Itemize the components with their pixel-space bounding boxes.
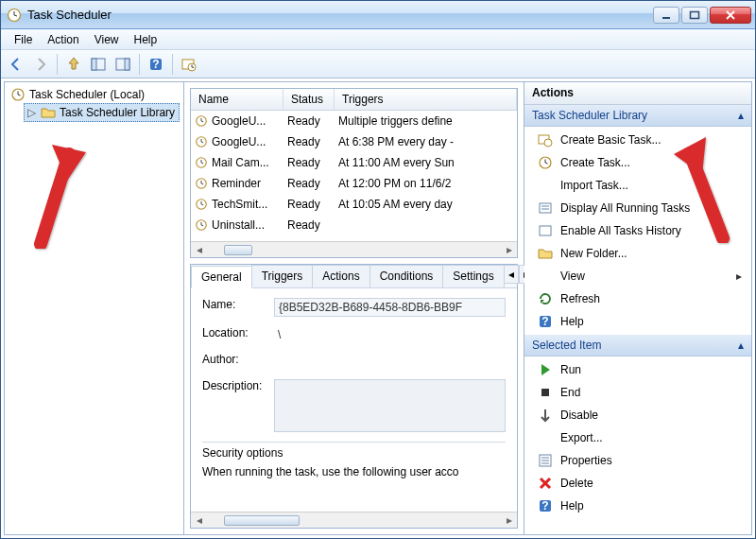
- col-status[interactable]: Status: [284, 89, 335, 110]
- window-frame: Task Scheduler File Action View Help ? T…: [0, 0, 756, 539]
- value-author: [274, 353, 506, 370]
- help-icon: ?: [538, 314, 553, 329]
- history-icon: [538, 223, 553, 238]
- svg-text:?: ?: [152, 58, 159, 71]
- tree-library-label: Task Scheduler Library: [60, 106, 175, 119]
- actions-pane: Actions Task Scheduler Library ▴ Create …: [524, 82, 751, 534]
- security-options: Security options When running the task, …: [202, 442, 506, 478]
- task-name: Reminder: [212, 177, 261, 190]
- task-list-body: GoogleU...ReadyMultiple triggers defineG…: [191, 111, 517, 241]
- clock-icon: [10, 87, 26, 102]
- submenu-arrow-icon: ▸: [736, 270, 742, 283]
- create-basic-task-toolbar-button[interactable]: [178, 53, 200, 76]
- tab-triggers[interactable]: Triggers: [251, 265, 314, 287]
- export-icon: [538, 430, 553, 445]
- titlebar: Task Scheduler: [1, 1, 755, 29]
- tab-general-body: Name:{8B5ED32B-B689-4458-8DB6-BB9F Locat…: [191, 288, 517, 512]
- wizard-icon: [538, 132, 553, 148]
- task-trigger: At 12:00 PM on 11/6/2: [335, 177, 517, 190]
- scroll-right-icon[interactable]: ▸: [501, 513, 517, 529]
- properties-icon: [538, 453, 553, 468]
- scroll-left-icon[interactable]: ◂: [191, 242, 207, 258]
- action-enable-history[interactable]: Enable All Tasks History: [524, 219, 751, 242]
- table-row[interactable]: GoogleU...ReadyAt 6:38 PM every day -: [191, 131, 517, 152]
- table-row[interactable]: TechSmit...ReadyAt 10:05 AM every day: [191, 194, 517, 215]
- help-button[interactable]: ?: [145, 53, 167, 76]
- help-icon: ?: [538, 498, 553, 513]
- action-help-2[interactable]: ?Help: [524, 495, 751, 517]
- task-name: Mail Cam...: [212, 156, 269, 169]
- actions-group-library-label: Task Scheduler Library: [532, 109, 647, 122]
- table-row[interactable]: Uninstall...Ready: [191, 215, 517, 235]
- security-text: When running the task, use the following…: [202, 465, 506, 478]
- action-new-folder[interactable]: New Folder...: [524, 242, 751, 265]
- task-list-hscroll[interactable]: ◂ ▸: [191, 241, 517, 257]
- action-import-task[interactable]: Import Task...: [524, 174, 751, 197]
- action-display-all-running[interactable]: Display All Running Tasks: [524, 197, 751, 219]
- scroll-right-icon[interactable]: ▸: [501, 242, 517, 258]
- scroll-thumb[interactable]: [224, 515, 300, 526]
- action-refresh[interactable]: Refresh: [524, 287, 751, 310]
- action-delete[interactable]: Delete: [524, 472, 751, 495]
- task-name: Uninstall...: [212, 218, 265, 232]
- tree-root[interactable]: Task Scheduler (Local): [9, 86, 180, 103]
- table-row[interactable]: Mail Cam...ReadyAt 11:00 AM every Sun: [191, 152, 517, 173]
- menu-view[interactable]: View: [87, 31, 127, 48]
- action-create-task[interactable]: Create Task...: [524, 151, 751, 174]
- scroll-left-icon[interactable]: ◂: [191, 513, 207, 529]
- action-help-1[interactable]: ?Help: [524, 310, 751, 333]
- tree-library[interactable]: ▷ Task Scheduler Library: [24, 103, 180, 122]
- delete-icon: [538, 476, 553, 491]
- folder-icon: [538, 246, 553, 261]
- maximize-button[interactable]: [681, 7, 708, 24]
- action-disable[interactable]: Disable: [524, 404, 751, 426]
- up-button[interactable]: [62, 53, 85, 76]
- disable-icon: [538, 408, 553, 423]
- task-trigger: Multiple triggers define: [335, 114, 517, 128]
- back-button[interactable]: [5, 53, 27, 76]
- label-description: Description:: [202, 379, 274, 392]
- svg-rect-3: [662, 17, 670, 19]
- col-name[interactable]: Name: [191, 89, 284, 110]
- detail-tabs: General Triggers Actions Conditions Sett…: [191, 265, 517, 288]
- menu-file[interactable]: File: [7, 31, 40, 48]
- action-run[interactable]: Run: [524, 358, 751, 381]
- show-hide-actions-pane-button[interactable]: [112, 53, 134, 76]
- action-view[interactable]: View▸: [524, 265, 751, 287]
- actions-group-library-header[interactable]: Task Scheduler Library ▴: [524, 105, 751, 127]
- tab-settings[interactable]: Settings: [442, 265, 504, 287]
- label-author: Author:: [202, 353, 274, 366]
- tab-actions[interactable]: Actions: [312, 265, 369, 287]
- action-properties[interactable]: Properties: [524, 449, 751, 472]
- value-location: \: [274, 326, 506, 343]
- forward-button[interactable]: [29, 53, 52, 76]
- svg-rect-6: [92, 59, 96, 70]
- menu-action[interactable]: Action: [40, 31, 86, 48]
- scroll-thumb[interactable]: [224, 245, 252, 255]
- action-create-basic-task[interactable]: Create Basic Task...: [524, 129, 751, 151]
- table-row[interactable]: ReminderReadyAt 12:00 PM on 11/6/2: [191, 173, 517, 194]
- value-description: [274, 379, 506, 432]
- menu-help[interactable]: Help: [127, 31, 165, 48]
- tab-general[interactable]: General: [191, 266, 252, 288]
- minimize-button[interactable]: [653, 7, 679, 24]
- collapse-icon[interactable]: ▴: [738, 339, 744, 352]
- close-button[interactable]: [710, 7, 751, 24]
- main-area: Task Scheduler (Local) ▷ Task Scheduler …: [4, 81, 752, 535]
- table-row[interactable]: GoogleU...ReadyMultiple triggers define: [191, 111, 517, 131]
- svg-rect-8: [125, 59, 129, 70]
- refresh-icon: [538, 291, 553, 306]
- label-name: Name:: [202, 298, 274, 311]
- tab-conditions[interactable]: Conditions: [369, 265, 444, 287]
- tree-expander-icon[interactable]: ▷: [26, 108, 37, 118]
- action-export[interactable]: Export...: [524, 426, 751, 449]
- blank-icon: [538, 269, 553, 284]
- svg-rect-4: [691, 11, 699, 18]
- show-hide-console-tree-button[interactable]: [87, 53, 110, 76]
- col-triggers[interactable]: Triggers: [335, 89, 517, 110]
- actions-group-library: Create Basic Task... Create Task... Impo…: [524, 127, 751, 335]
- detail-hscroll[interactable]: ◂ ▸: [191, 512, 517, 528]
- action-end[interactable]: End: [524, 381, 751, 404]
- actions-group-selected-header[interactable]: Selected Item ▴: [524, 335, 751, 356]
- collapse-icon[interactable]: ▴: [738, 109, 744, 122]
